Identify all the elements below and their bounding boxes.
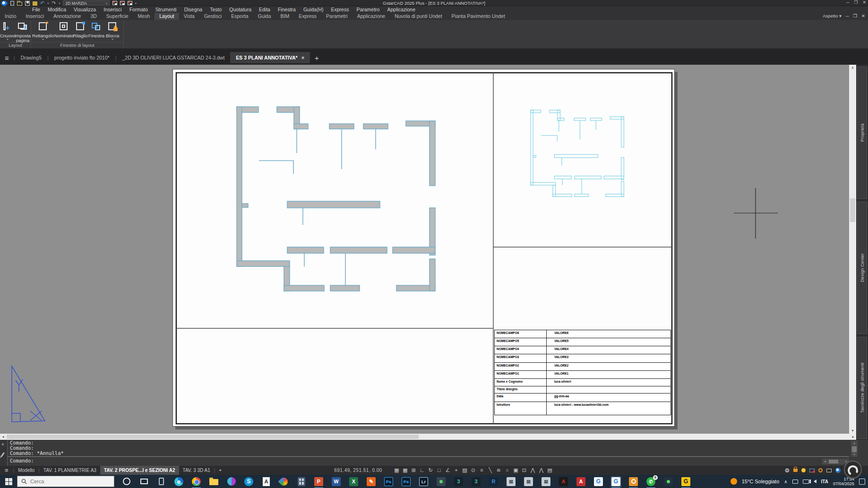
ribbon-tab-parametri[interactable]: Parametri (321, 13, 352, 20)
autocad-icon-2[interactable]: A (576, 476, 586, 487)
annotation-visibility-icon[interactable]: ⋀ (530, 467, 536, 473)
minimize-button[interactable]: ─ (846, 0, 849, 5)
powerpoint-icon[interactable]: P (313, 476, 324, 487)
doc-close-button[interactable]: ✕ (861, 13, 865, 18)
hscroll-thumb[interactable] (7, 435, 419, 439)
doc-tab-drawing5[interactable]: Drawing5 (15, 52, 47, 63)
settings-gear-icon[interactable]: ⚙ (785, 467, 790, 474)
start-button[interactable] (0, 475, 17, 488)
lineweight-icon[interactable]: ≡ (479, 467, 485, 473)
table-grid-icon[interactable]: ▤ (547, 467, 553, 473)
layout-tab-tav3[interactable]: TAV. 3 3D A1 (179, 466, 214, 475)
paint-3d-icon[interactable] (226, 476, 237, 487)
doc-restore-button[interactable]: ❐ (853, 13, 858, 18)
3dsmax-icon-2[interactable]: 3 (471, 476, 481, 487)
palette-tab-proprieta[interactable]: Proprietà (857, 67, 867, 199)
photoshop-icon[interactable]: Ps (383, 476, 394, 487)
tray-expand-icon[interactable]: ∧ (784, 479, 787, 484)
new-doc-tab-icon[interactable]: + (310, 54, 324, 62)
task-view-icon[interactable] (138, 476, 149, 487)
restore-button[interactable]: ❐ (854, 0, 858, 5)
polar-tracking-icon[interactable]: ↻ (428, 467, 434, 473)
menu-quotatura[interactable]: Quotatura (225, 6, 255, 13)
model-tab[interactable]: Modello (14, 466, 38, 475)
doc-tabs-menu-icon[interactable]: ≡ (0, 54, 14, 62)
scroll-right-icon[interactable]: ▸ (850, 434, 856, 440)
layout-tab-tav1[interactable]: TAV. 1 PLANIMETRIE A3 (40, 466, 100, 475)
cortana-icon[interactable] (121, 476, 132, 487)
grid-snap-icon[interactable]: ⊞ (411, 467, 417, 473)
doc-tab-olivieri[interactable]: _2D 3D OLIVIERI LUCA GSTARCAD 24-3.dwt (116, 52, 230, 63)
menu-parametro[interactable]: Parametro (352, 6, 383, 13)
cmd-vscroll-thumb[interactable] (852, 446, 857, 452)
lightroom-icon[interactable]: Lr (418, 476, 429, 487)
excel-icon[interactable]: X (348, 476, 359, 487)
ribbon-tab-applicazione[interactable]: Applicazione (352, 13, 390, 20)
action-center-icon[interactable] (859, 479, 865, 485)
interface-lock-icon[interactable] (793, 469, 798, 472)
3dsmax-icon-1[interactable]: 3 (453, 476, 464, 487)
angle-snap-icon[interactable]: ∠ (445, 467, 451, 473)
tablet-mode-icon[interactable] (792, 479, 798, 484)
menu-guida[interactable]: Guida(H) (300, 6, 327, 13)
scroll-down-icon[interactable]: ▾ (849, 428, 856, 434)
new-layout-tab-icon[interactable]: + (215, 466, 225, 475)
grid-icon[interactable]: ▦ (402, 467, 408, 473)
color-drop-icon[interactable] (278, 476, 289, 487)
doc-tab-close-icon[interactable]: × (301, 55, 304, 60)
status-menu-icon[interactable]: ≡ (0, 467, 13, 474)
isolate-objects-icon[interactable] (818, 468, 823, 472)
selection-cycling-icon[interactable]: ○ (504, 467, 510, 473)
menu-formato[interactable]: Formato (126, 6, 152, 13)
command-horizontal-scrollbar[interactable]: ◂ ▸ (822, 459, 849, 464)
ribbon-tab-superficie[interactable]: Superficie (102, 13, 133, 20)
misc-app-icon[interactable] (663, 476, 674, 487)
taskbar-search[interactable] (17, 476, 114, 487)
menu-file[interactable]: File (28, 6, 44, 13)
ribbon-tab-gestisci[interactable]: Gestisci (199, 13, 226, 20)
ribbon-tab-inserisci[interactable]: Inserisci (21, 13, 49, 20)
menu-finestra[interactable]: Finestra (274, 6, 300, 13)
menu-modifica[interactable]: Modifica (44, 6, 70, 13)
volume-icon[interactable] (814, 479, 816, 483)
snap-icon[interactable]: ▦ (394, 467, 400, 473)
ribbon-tab-mesh[interactable]: Mesh (133, 13, 155, 20)
cmd-hscroll-thumb[interactable] (829, 460, 838, 463)
photoshop-2-icon[interactable]: Ps (401, 476, 412, 487)
file-explorer-icon[interactable] (208, 476, 219, 487)
orange-app-icon[interactable]: ✎ (366, 476, 377, 487)
scroll-up-icon[interactable]: ∧ (849, 65, 856, 71)
ribbon-tab-pianta-undet[interactable]: Pianta Pavimento Undet (447, 13, 510, 20)
ribbon-tab-nuvola-undet[interactable]: Nuvola di punti Undet (390, 13, 447, 20)
clean-screen-icon[interactable] (826, 469, 832, 472)
scroll-left-icon[interactable]: ◂ (0, 434, 6, 440)
canvas-vertical-scrollbar[interactable]: ∧ ▾ (849, 65, 856, 434)
revit-icon[interactable]: R (488, 476, 499, 487)
menu-disegna[interactable]: Disegna (180, 6, 206, 13)
language-indicator[interactable]: ITA (821, 479, 828, 484)
palette-tab-tavolozze[interactable]: Tavolozze degli strumenti (857, 337, 867, 439)
doc-minimize-button[interactable]: ─ (846, 13, 849, 18)
menu-edita[interactable]: Edita (255, 6, 274, 13)
hardware-light-icon[interactable] (801, 468, 806, 472)
weather-sun-icon[interactable] (730, 478, 737, 485)
annotation-scale-icon[interactable]: ⋀ (538, 467, 544, 473)
palette-tab-design-center[interactable]: Design Center (857, 202, 867, 334)
autodesk-gray-icon-2[interactable]: ⊠ (523, 476, 534, 487)
autodesk-gray-icon-1[interactable]: ⊠ (506, 476, 516, 487)
clip-viewport-icon[interactable]: ⊡ (521, 467, 527, 473)
g-yellow-icon[interactable]: G (680, 476, 691, 487)
page-setup-button[interactable]: Impostapagina (13, 21, 32, 43)
display-alert-icon[interactable] (809, 469, 815, 472)
gstarcad-active-icon[interactable]: G (610, 476, 621, 487)
vscroll-thumb[interactable] (850, 198, 855, 222)
menu-applicazione[interactable]: Applicazione (383, 6, 419, 13)
gstarcad-assistant-logo[interactable] (844, 461, 862, 479)
word-icon[interactable]: W (331, 476, 342, 487)
search-input[interactable] (30, 479, 101, 484)
menu-visualizza[interactable]: Visualizza (70, 6, 100, 13)
chrome-icon[interactable] (191, 476, 202, 487)
cmd-scroll-left-icon[interactable]: ◂ (822, 459, 828, 464)
close-button[interactable]: ✕ (862, 0, 866, 5)
small-dark-app-icon[interactable] (436, 476, 447, 487)
